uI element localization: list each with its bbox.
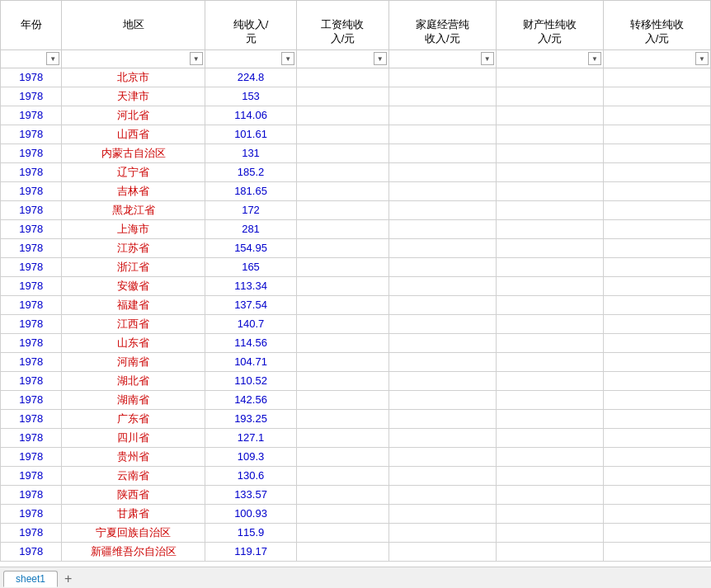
cell-wage[interactable] [297, 143, 388, 162]
cell-region[interactable]: 湖北省 [62, 371, 205, 390]
cell-year[interactable]: 1978 [1, 106, 62, 125]
cell-income[interactable]: 114.06 [205, 106, 296, 125]
cell-year[interactable]: 1978 [1, 390, 62, 409]
cell-region[interactable]: 河南省 [62, 352, 205, 371]
cell-wage[interactable] [297, 181, 388, 200]
cell-wage[interactable] [297, 219, 388, 238]
cell-region[interactable]: 湖南省 [62, 390, 205, 409]
cell-business[interactable] [388, 428, 496, 447]
cell-transfer[interactable] [603, 238, 710, 257]
cell-region[interactable]: 福建省 [62, 295, 205, 314]
cell-wage[interactable] [297, 466, 388, 485]
cell-business[interactable] [388, 276, 496, 295]
cell-transfer[interactable] [603, 428, 710, 447]
cell-property[interactable] [496, 200, 603, 219]
cell-region[interactable]: 河北省 [62, 106, 205, 125]
cell-income[interactable]: 114.56 [205, 333, 296, 352]
cell-business[interactable] [388, 447, 496, 466]
cell-transfer[interactable] [603, 409, 710, 428]
cell-business[interactable] [388, 523, 496, 542]
cell-wage[interactable] [297, 200, 388, 219]
cell-year[interactable]: 1978 [1, 68, 62, 87]
cell-year[interactable]: 1978 [1, 504, 62, 523]
cell-property[interactable] [496, 125, 603, 143]
cell-region[interactable]: 甘肃省 [62, 504, 205, 523]
cell-income[interactable]: 127.1 [205, 428, 296, 447]
cell-transfer[interactable] [603, 295, 710, 314]
cell-business[interactable] [388, 504, 496, 523]
cell-business[interactable] [388, 333, 496, 352]
cell-income[interactable]: 110.52 [205, 371, 296, 390]
cell-year[interactable]: 1978 [1, 143, 62, 162]
cell-region[interactable]: 天津市 [62, 87, 205, 106]
cell-year[interactable]: 1978 [1, 428, 62, 447]
cell-year[interactable]: 1978 [1, 238, 62, 257]
cell-region[interactable]: 江西省 [62, 314, 205, 333]
cell-wage[interactable] [297, 162, 388, 181]
cell-transfer[interactable] [603, 68, 710, 87]
cell-income[interactable]: 193.25 [205, 409, 296, 428]
filter-btn-property[interactable]: ▼ [588, 52, 601, 65]
cell-transfer[interactable] [603, 125, 710, 143]
cell-region[interactable]: 北京市 [62, 68, 205, 87]
cell-wage[interactable] [297, 504, 388, 523]
cell-property[interactable] [496, 428, 603, 447]
cell-income[interactable]: 104.71 [205, 352, 296, 371]
cell-business[interactable] [388, 238, 496, 257]
cell-transfer[interactable] [603, 485, 710, 504]
cell-region[interactable]: 宁夏回族自治区 [62, 523, 205, 542]
cell-business[interactable] [388, 162, 496, 181]
cell-property[interactable] [496, 238, 603, 257]
cell-business[interactable] [388, 485, 496, 504]
cell-wage[interactable] [297, 276, 388, 295]
cell-property[interactable] [496, 162, 603, 181]
cell-property[interactable] [496, 219, 603, 238]
cell-wage[interactable] [297, 295, 388, 314]
cell-property[interactable] [496, 371, 603, 390]
cell-region[interactable]: 山西省 [62, 125, 205, 143]
cell-wage[interactable] [297, 87, 388, 106]
cell-region[interactable]: 吉林省 [62, 181, 205, 200]
cell-year[interactable]: 1978 [1, 181, 62, 200]
filter-btn-transfer[interactable]: ▼ [695, 52, 709, 65]
cell-year[interactable]: 1978 [1, 125, 62, 143]
cell-transfer[interactable] [603, 352, 710, 371]
cell-transfer[interactable] [603, 504, 710, 523]
cell-year[interactable]: 1978 [1, 162, 62, 181]
cell-year[interactable]: 1978 [1, 276, 62, 295]
cell-income[interactable]: 172 [205, 200, 296, 219]
cell-year[interactable]: 1978 [1, 409, 62, 428]
cell-business[interactable] [388, 352, 496, 371]
cell-income[interactable]: 119.17 [205, 542, 296, 561]
cell-year[interactable]: 1978 [1, 333, 62, 352]
cell-region[interactable]: 广东省 [62, 409, 205, 428]
filter-btn-region[interactable]: ▼ [190, 52, 203, 65]
sheet-tab-1[interactable]: sheet1 [3, 571, 58, 587]
cell-income[interactable]: 281 [205, 219, 296, 238]
cell-income[interactable]: 137.54 [205, 295, 296, 314]
cell-year[interactable]: 1978 [1, 314, 62, 333]
cell-region[interactable]: 浙江省 [62, 257, 205, 276]
filter-btn-wage[interactable]: ▼ [374, 52, 387, 65]
cell-transfer[interactable] [603, 106, 710, 125]
cell-transfer[interactable] [603, 314, 710, 333]
cell-income[interactable]: 133.57 [205, 485, 296, 504]
cell-business[interactable] [388, 257, 496, 276]
cell-transfer[interactable] [603, 523, 710, 542]
cell-transfer[interactable] [603, 466, 710, 485]
cell-property[interactable] [496, 333, 603, 352]
cell-business[interactable] [388, 200, 496, 219]
filter-btn-year[interactable]: ▼ [46, 52, 59, 65]
cell-region[interactable]: 江苏省 [62, 238, 205, 257]
cell-property[interactable] [496, 504, 603, 523]
cell-region[interactable]: 贵州省 [62, 447, 205, 466]
cell-property[interactable] [496, 257, 603, 276]
cell-region[interactable]: 新疆维吾尔自治区 [62, 542, 205, 561]
cell-property[interactable] [496, 181, 603, 200]
cell-transfer[interactable] [603, 200, 710, 219]
cell-income[interactable]: 165 [205, 257, 296, 276]
cell-year[interactable]: 1978 [1, 295, 62, 314]
cell-transfer[interactable] [603, 181, 710, 200]
cell-wage[interactable] [297, 428, 388, 447]
cell-region[interactable]: 安徽省 [62, 276, 205, 295]
